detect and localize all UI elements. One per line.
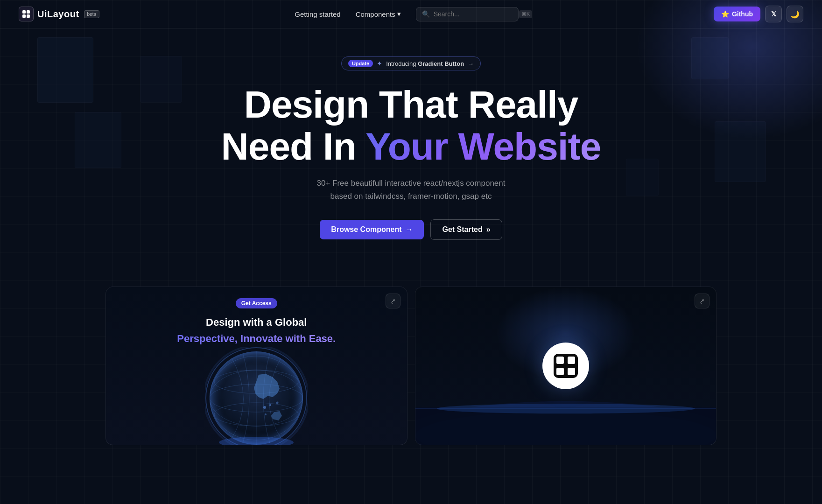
card-1-subtitle: Perspective, Innovate with Ease. (117, 333, 396, 345)
browse-component-button[interactable]: Browse Component → (320, 220, 424, 239)
hero-subtitle: 30+ Free beautifull interactive react/ne… (9, 177, 813, 202)
logo-svg (22, 10, 30, 18)
card-1-content: Get Access Design with a Global Perspect… (106, 287, 407, 357)
svg-point-20 (219, 437, 294, 445)
svg-rect-3 (27, 14, 30, 18)
navbar: UiLayout beta Getting started Components… (0, 0, 822, 28)
svg-rect-1 (27, 10, 30, 14)
logo-icon (19, 7, 34, 21)
card-2-external-link[interactable]: ⤤ (695, 294, 710, 308)
card-globe: ⤤ Get Access Design with a Global Perspe… (105, 287, 407, 446)
svg-point-19 (210, 351, 303, 445)
get-started-button[interactable]: Get Started » (430, 219, 502, 240)
update-badge[interactable]: Update ✦ Introducing Gradient Button → (341, 56, 481, 70)
hero-buttons: Browse Component → Get Started » (9, 219, 813, 240)
get-access-badge[interactable]: Get Access (236, 298, 277, 308)
double-arrow-icon: » (486, 225, 491, 234)
hero-title-line1: Design That Really (9, 84, 813, 126)
globe-container (106, 351, 407, 445)
arrow-right-icon: → (405, 225, 413, 234)
svg-rect-28 (556, 368, 564, 375)
card-logo: ⤤ (415, 287, 717, 446)
card-1-external-link[interactable]: ⤤ (386, 294, 400, 308)
cards-section: ⤤ Get Access Design with a Global Perspe… (0, 287, 822, 446)
navbar-center: Getting started Components ▾ 🔍 ⌘K (295, 7, 518, 21)
hero-section: Update ✦ Introducing Gradient Button → D… (0, 28, 822, 277)
beta-badge: beta (84, 10, 99, 18)
svg-rect-27 (568, 357, 575, 364)
update-tag: Update (348, 60, 373, 67)
star-icon: ⭐ (721, 10, 729, 18)
chevron-down-icon: ▾ (397, 10, 401, 18)
github-button[interactable]: ⭐ Github (714, 7, 760, 21)
search-icon: 🔍 (422, 10, 430, 18)
search-shortcut: ⌘K (519, 10, 532, 18)
twitter-button[interactable]: 𝕏 (765, 6, 782, 22)
badge-introducing-text: Introducing Gradient Button (386, 60, 464, 67)
search-input[interactable] (434, 10, 515, 18)
card-1-title: Design with a Global (117, 316, 396, 329)
hero-title: Design That Really Need In Your Website (9, 84, 813, 168)
card-2-logo-svg (554, 354, 578, 378)
nav-getting-started[interactable]: Getting started (295, 10, 340, 18)
badge-arrow: → (468, 60, 474, 67)
globe-svg (205, 347, 308, 445)
card-2-content (415, 287, 717, 445)
nav-components[interactable]: Components ▾ (356, 10, 401, 18)
svg-rect-0 (22, 10, 26, 14)
theme-toggle-button[interactable]: 🌙 (787, 6, 803, 22)
card-2-logo-ring (542, 343, 589, 389)
moon-icon: 🌙 (790, 10, 800, 19)
svg-rect-29 (568, 368, 575, 375)
svg-rect-26 (556, 357, 564, 364)
logo-area: UiLayout beta (19, 7, 99, 21)
hero-gradient-text: Your Website (365, 125, 601, 168)
navbar-right: ⭐ Github 𝕏 🌙 (714, 6, 803, 22)
hero-title-line2: Need In Your Website (9, 126, 813, 168)
logo-text: UiLayout (37, 9, 79, 20)
card-2-logo-inner (554, 354, 578, 378)
badge-bold-text: Gradient Button (418, 60, 464, 67)
search-bar[interactable]: 🔍 ⌘K (416, 7, 519, 21)
sparkle-icon: ✦ (377, 60, 382, 67)
svg-rect-2 (22, 14, 26, 18)
